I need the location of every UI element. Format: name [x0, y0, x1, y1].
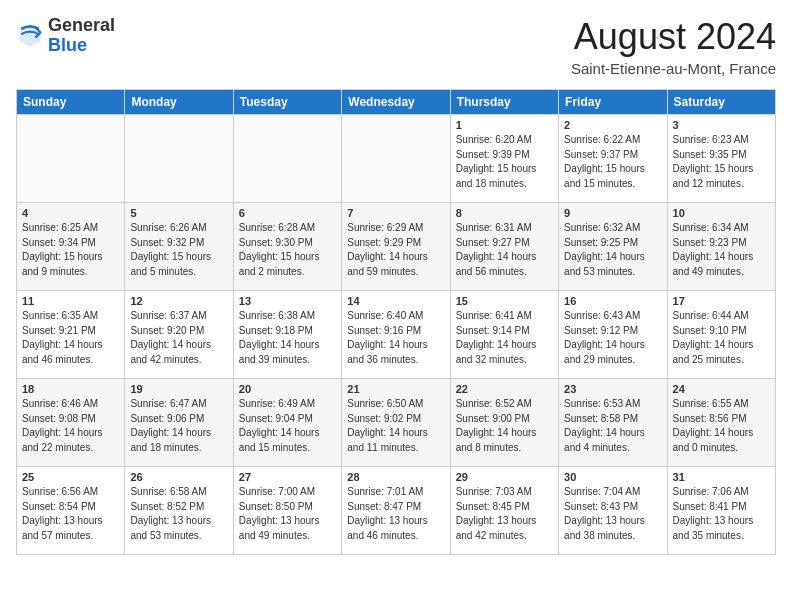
calendar-cell: 9Sunrise: 6:32 AM Sunset: 9:25 PM Daylig…	[559, 203, 667, 291]
calendar-cell: 2Sunrise: 6:22 AM Sunset: 9:37 PM Daylig…	[559, 115, 667, 203]
day-number: 21	[347, 383, 444, 395]
day-number: 10	[673, 207, 770, 219]
day-header-friday: Friday	[559, 90, 667, 115]
cell-data: Sunrise: 6:37 AM Sunset: 9:20 PM Dayligh…	[130, 309, 227, 367]
calendar-cell: 20Sunrise: 6:49 AM Sunset: 9:04 PM Dayli…	[233, 379, 341, 467]
day-number: 29	[456, 471, 553, 483]
cell-data: Sunrise: 6:23 AM Sunset: 9:35 PM Dayligh…	[673, 133, 770, 191]
calendar-cell	[125, 115, 233, 203]
calendar-week-3: 11Sunrise: 6:35 AM Sunset: 9:21 PM Dayli…	[17, 291, 776, 379]
day-header-thursday: Thursday	[450, 90, 558, 115]
day-header-saturday: Saturday	[667, 90, 775, 115]
month-title: August 2024	[571, 16, 776, 58]
cell-data: Sunrise: 7:01 AM Sunset: 8:47 PM Dayligh…	[347, 485, 444, 543]
calendar-week-2: 4Sunrise: 6:25 AM Sunset: 9:34 PM Daylig…	[17, 203, 776, 291]
calendar-cell: 4Sunrise: 6:25 AM Sunset: 9:34 PM Daylig…	[17, 203, 125, 291]
calendar-cell: 18Sunrise: 6:46 AM Sunset: 9:08 PM Dayli…	[17, 379, 125, 467]
cell-data: Sunrise: 6:35 AM Sunset: 9:21 PM Dayligh…	[22, 309, 119, 367]
cell-data: Sunrise: 6:53 AM Sunset: 8:58 PM Dayligh…	[564, 397, 661, 455]
cell-data: Sunrise: 6:50 AM Sunset: 9:02 PM Dayligh…	[347, 397, 444, 455]
day-number: 9	[564, 207, 661, 219]
day-number: 16	[564, 295, 661, 307]
calendar-cell: 8Sunrise: 6:31 AM Sunset: 9:27 PM Daylig…	[450, 203, 558, 291]
cell-data: Sunrise: 6:25 AM Sunset: 9:34 PM Dayligh…	[22, 221, 119, 279]
day-number: 14	[347, 295, 444, 307]
cell-data: Sunrise: 6:26 AM Sunset: 9:32 PM Dayligh…	[130, 221, 227, 279]
cell-data: Sunrise: 6:38 AM Sunset: 9:18 PM Dayligh…	[239, 309, 336, 367]
calendar-cell: 10Sunrise: 6:34 AM Sunset: 9:23 PM Dayli…	[667, 203, 775, 291]
day-number: 25	[22, 471, 119, 483]
calendar-cell: 3Sunrise: 6:23 AM Sunset: 9:35 PM Daylig…	[667, 115, 775, 203]
title-block: August 2024 Saint-Etienne-au-Mont, Franc…	[571, 16, 776, 77]
day-number: 5	[130, 207, 227, 219]
calendar-header-row: SundayMondayTuesdayWednesdayThursdayFrid…	[17, 90, 776, 115]
day-number: 8	[456, 207, 553, 219]
day-number: 7	[347, 207, 444, 219]
calendar-cell: 17Sunrise: 6:44 AM Sunset: 9:10 PM Dayli…	[667, 291, 775, 379]
cell-data: Sunrise: 6:32 AM Sunset: 9:25 PM Dayligh…	[564, 221, 661, 279]
calendar-cell: 1Sunrise: 6:20 AM Sunset: 9:39 PM Daylig…	[450, 115, 558, 203]
calendar-cell: 12Sunrise: 6:37 AM Sunset: 9:20 PM Dayli…	[125, 291, 233, 379]
calendar-cell	[233, 115, 341, 203]
day-header-wednesday: Wednesday	[342, 90, 450, 115]
cell-data: Sunrise: 7:03 AM Sunset: 8:45 PM Dayligh…	[456, 485, 553, 543]
cell-data: Sunrise: 6:47 AM Sunset: 9:06 PM Dayligh…	[130, 397, 227, 455]
cell-data: Sunrise: 6:29 AM Sunset: 9:29 PM Dayligh…	[347, 221, 444, 279]
calendar-table: SundayMondayTuesdayWednesdayThursdayFrid…	[16, 89, 776, 555]
calendar-cell: 31Sunrise: 7:06 AM Sunset: 8:41 PM Dayli…	[667, 467, 775, 555]
calendar-cell	[342, 115, 450, 203]
page-header: General Blue August 2024 Saint-Etienne-a…	[16, 16, 776, 77]
calendar-cell: 29Sunrise: 7:03 AM Sunset: 8:45 PM Dayli…	[450, 467, 558, 555]
cell-data: Sunrise: 6:44 AM Sunset: 9:10 PM Dayligh…	[673, 309, 770, 367]
day-number: 18	[22, 383, 119, 395]
day-number: 23	[564, 383, 661, 395]
calendar-cell: 14Sunrise: 6:40 AM Sunset: 9:16 PM Dayli…	[342, 291, 450, 379]
cell-data: Sunrise: 6:46 AM Sunset: 9:08 PM Dayligh…	[22, 397, 119, 455]
day-number: 2	[564, 119, 661, 131]
calendar-cell: 5Sunrise: 6:26 AM Sunset: 9:32 PM Daylig…	[125, 203, 233, 291]
day-number: 31	[673, 471, 770, 483]
cell-data: Sunrise: 6:40 AM Sunset: 9:16 PM Dayligh…	[347, 309, 444, 367]
cell-data: Sunrise: 6:31 AM Sunset: 9:27 PM Dayligh…	[456, 221, 553, 279]
cell-data: Sunrise: 6:28 AM Sunset: 9:30 PM Dayligh…	[239, 221, 336, 279]
cell-data: Sunrise: 7:06 AM Sunset: 8:41 PM Dayligh…	[673, 485, 770, 543]
day-number: 13	[239, 295, 336, 307]
day-number: 1	[456, 119, 553, 131]
calendar-cell: 22Sunrise: 6:52 AM Sunset: 9:00 PM Dayli…	[450, 379, 558, 467]
day-header-monday: Monday	[125, 90, 233, 115]
cell-data: Sunrise: 6:56 AM Sunset: 8:54 PM Dayligh…	[22, 485, 119, 543]
calendar-week-4: 18Sunrise: 6:46 AM Sunset: 9:08 PM Dayli…	[17, 379, 776, 467]
calendar-cell: 24Sunrise: 6:55 AM Sunset: 8:56 PM Dayli…	[667, 379, 775, 467]
day-number: 30	[564, 471, 661, 483]
cell-data: Sunrise: 6:22 AM Sunset: 9:37 PM Dayligh…	[564, 133, 661, 191]
calendar-cell: 30Sunrise: 7:04 AM Sunset: 8:43 PM Dayli…	[559, 467, 667, 555]
cell-data: Sunrise: 6:43 AM Sunset: 9:12 PM Dayligh…	[564, 309, 661, 367]
calendar-cell: 15Sunrise: 6:41 AM Sunset: 9:14 PM Dayli…	[450, 291, 558, 379]
calendar-cell: 28Sunrise: 7:01 AM Sunset: 8:47 PM Dayli…	[342, 467, 450, 555]
calendar-cell: 25Sunrise: 6:56 AM Sunset: 8:54 PM Dayli…	[17, 467, 125, 555]
calendar-cell: 21Sunrise: 6:50 AM Sunset: 9:02 PM Dayli…	[342, 379, 450, 467]
day-number: 19	[130, 383, 227, 395]
location: Saint-Etienne-au-Mont, France	[571, 60, 776, 77]
calendar-cell: 6Sunrise: 6:28 AM Sunset: 9:30 PM Daylig…	[233, 203, 341, 291]
day-number: 24	[673, 383, 770, 395]
calendar-cell: 26Sunrise: 6:58 AM Sunset: 8:52 PM Dayli…	[125, 467, 233, 555]
logo-general: General	[48, 16, 115, 36]
calendar-cell: 7Sunrise: 6:29 AM Sunset: 9:29 PM Daylig…	[342, 203, 450, 291]
day-number: 11	[22, 295, 119, 307]
day-number: 12	[130, 295, 227, 307]
cell-data: Sunrise: 7:00 AM Sunset: 8:50 PM Dayligh…	[239, 485, 336, 543]
calendar-week-5: 25Sunrise: 6:56 AM Sunset: 8:54 PM Dayli…	[17, 467, 776, 555]
logo: General Blue	[16, 16, 115, 56]
day-header-tuesday: Tuesday	[233, 90, 341, 115]
logo-icon	[16, 22, 44, 50]
calendar-cell: 11Sunrise: 6:35 AM Sunset: 9:21 PM Dayli…	[17, 291, 125, 379]
cell-data: Sunrise: 6:52 AM Sunset: 9:00 PM Dayligh…	[456, 397, 553, 455]
day-number: 26	[130, 471, 227, 483]
day-number: 28	[347, 471, 444, 483]
cell-data: Sunrise: 6:20 AM Sunset: 9:39 PM Dayligh…	[456, 133, 553, 191]
logo-blue: Blue	[48, 36, 115, 56]
logo-text: General Blue	[48, 16, 115, 56]
calendar-cell: 13Sunrise: 6:38 AM Sunset: 9:18 PM Dayli…	[233, 291, 341, 379]
cell-data: Sunrise: 7:04 AM Sunset: 8:43 PM Dayligh…	[564, 485, 661, 543]
